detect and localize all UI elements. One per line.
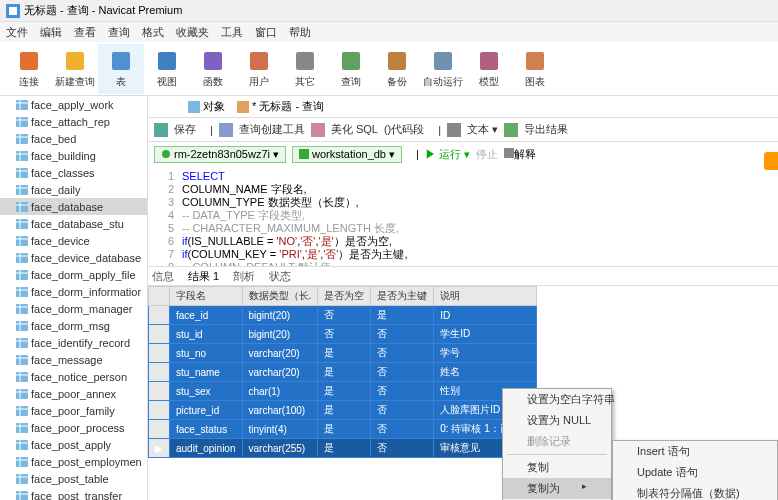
column-header[interactable]: 是否为主键 bbox=[371, 287, 434, 306]
run-button[interactable]: ▶ 运行 ▾ bbox=[425, 147, 470, 162]
tool-table[interactable]: 表 bbox=[98, 44, 144, 94]
tree-item[interactable]: face_poor_process bbox=[0, 419, 147, 436]
tool-newq[interactable]: 新建查询 bbox=[52, 44, 98, 94]
column-header[interactable]: 数据类型（长. bbox=[242, 287, 318, 306]
text-button[interactable]: 文本 ▾ bbox=[467, 122, 498, 137]
text-icon[interactable] bbox=[447, 123, 461, 137]
tree-item[interactable]: face_dorm_apply_file bbox=[0, 266, 147, 283]
tree-item[interactable]: face_dorm_msg bbox=[0, 317, 147, 334]
column-header[interactable]: 说明 bbox=[434, 287, 536, 306]
tree-item[interactable]: face_poor_annex bbox=[0, 385, 147, 402]
code-snippet-button[interactable]: ()代码段 bbox=[384, 122, 424, 137]
tree-item[interactable]: face_post_table bbox=[0, 470, 147, 487]
tree-item[interactable]: face_notice_person bbox=[0, 368, 147, 385]
tree-item[interactable]: face_classes bbox=[0, 164, 147, 181]
beautify-icon[interactable] bbox=[311, 123, 325, 137]
tree-item[interactable]: face_post_apply bbox=[0, 436, 147, 453]
tab-info[interactable]: 信息 bbox=[152, 269, 174, 284]
tree-item[interactable]: face_apply_work bbox=[0, 96, 147, 113]
connection-select[interactable]: rm-2zetn83n05wz7i▾ bbox=[154, 146, 286, 163]
tab-result1[interactable]: 结果 1 bbox=[188, 269, 219, 284]
tree-item[interactable]: face_device_database bbox=[0, 249, 147, 266]
side-badge[interactable] bbox=[764, 152, 778, 170]
menu-item[interactable]: 复制为 bbox=[503, 478, 611, 499]
schema-select[interactable]: workstation_db▾ bbox=[292, 146, 402, 163]
tree-item[interactable]: face_dorm_informatior bbox=[0, 283, 147, 300]
tab-profile[interactable]: 剖析 bbox=[233, 269, 255, 284]
beautify-button[interactable]: 美化 SQL bbox=[331, 122, 378, 137]
context-menu[interactable]: 设置为空白字符串设置为 NULL删除记录复制复制为粘贴显示 bbox=[502, 388, 612, 500]
object-tree[interactable]: face_apply_workface_attach_repface_bedfa… bbox=[0, 96, 148, 500]
svg-rect-14 bbox=[16, 100, 28, 110]
app-icon bbox=[6, 4, 20, 18]
table-row[interactable]: stu_namevarchar(20)是否姓名 bbox=[149, 363, 537, 382]
tree-item[interactable]: face_database_stu bbox=[0, 215, 147, 232]
tool-other[interactable]: 其它 bbox=[282, 44, 328, 94]
tree-item[interactable]: face_post_employmen bbox=[0, 453, 147, 470]
tool-user[interactable]: 用户 bbox=[236, 44, 282, 94]
tool-query[interactable]: 查询 bbox=[328, 44, 374, 94]
tool-chart[interactable]: 图表 bbox=[512, 44, 558, 94]
tab-query[interactable]: * 无标题 - 查询 bbox=[237, 99, 324, 114]
result-grid[interactable]: 字段名数据类型（长.是否为空是否为主键说明face_idbigint(20)否是… bbox=[148, 286, 778, 458]
menu-item[interactable]: 窗口 bbox=[255, 25, 277, 40]
export-icon[interactable] bbox=[504, 123, 518, 137]
svg-rect-20 bbox=[16, 134, 28, 144]
menu-item[interactable]: 复制 bbox=[503, 457, 611, 478]
menu-item[interactable]: 删除记录 bbox=[503, 431, 611, 452]
tool-backup[interactable]: 备份 bbox=[374, 44, 420, 94]
tree-item[interactable]: face_database bbox=[0, 198, 147, 215]
save-icon[interactable] bbox=[154, 123, 168, 137]
menu-item[interactable]: 查询 bbox=[108, 25, 130, 40]
tab-status[interactable]: 状态 bbox=[269, 269, 291, 284]
query-builder-button[interactable]: 查询创建工具 bbox=[239, 122, 305, 137]
svg-rect-29 bbox=[16, 185, 28, 195]
menu-item[interactable]: Insert 语句 bbox=[613, 441, 777, 462]
tree-item[interactable]: face_daily bbox=[0, 181, 147, 198]
tree-item[interactable]: face_bed bbox=[0, 130, 147, 147]
table-row[interactable]: stu_novarchar(20)是否学号 bbox=[149, 344, 537, 363]
tree-item[interactable]: face_attach_rep bbox=[0, 113, 147, 130]
menu-item[interactable]: Update 语句 bbox=[613, 462, 777, 483]
query-toolbar: 保存 | 查询创建工具 美化 SQL ()代码段 | 文本 ▾ 导出结果 bbox=[148, 118, 778, 142]
svg-rect-26 bbox=[16, 168, 28, 178]
table-row[interactable]: face_idbigint(20)否是ID bbox=[149, 306, 537, 325]
tree-item[interactable]: face_building bbox=[0, 147, 147, 164]
tool-plug[interactable]: 连接 bbox=[6, 44, 52, 94]
tree-item[interactable]: face_dorm_manager bbox=[0, 300, 147, 317]
wizard-icon[interactable] bbox=[219, 123, 233, 137]
tool-fx[interactable]: 函数 bbox=[190, 44, 236, 94]
tree-item[interactable]: face_poor_family bbox=[0, 402, 147, 419]
column-header[interactable]: 字段名 bbox=[170, 287, 243, 306]
menu-item[interactable]: 制表符分隔值（数据) bbox=[613, 483, 777, 500]
svg-rect-71 bbox=[16, 423, 28, 433]
menu-item[interactable]: 文件 bbox=[6, 25, 28, 40]
context-submenu[interactable]: Insert 语句Update 语句制表符分隔值（数据)制表符分隔值（字段名)制… bbox=[612, 440, 778, 500]
export-button[interactable]: 导出结果 bbox=[524, 122, 568, 137]
tree-item[interactable]: face_device bbox=[0, 232, 147, 249]
explain-button[interactable]: 解释 bbox=[504, 147, 536, 162]
table-row[interactable]: face_statustinyint(4)是否0: 待审核 1：已通过 bbox=[149, 420, 537, 439]
table-row[interactable]: stu_sexchar(1)是否性别 bbox=[149, 382, 537, 401]
menu-item[interactable]: 工具 bbox=[221, 25, 243, 40]
menu-item[interactable]: 格式 bbox=[142, 25, 164, 40]
table-row[interactable]: stu_idbigint(20)否否学生ID bbox=[149, 325, 537, 344]
menu-item[interactable]: 设置为 NULL bbox=[503, 410, 611, 431]
table-row[interactable]: picture_idvarchar(100)是否人脸库图片ID bbox=[149, 401, 537, 420]
tree-item[interactable]: face_identify_record bbox=[0, 334, 147, 351]
save-button[interactable]: 保存 bbox=[174, 122, 196, 137]
tool-view[interactable]: 视图 bbox=[144, 44, 190, 94]
table-row[interactable]: ▶audit_opinionvarchar(255)是否审核意见 bbox=[149, 439, 537, 458]
menu-item[interactable]: 帮助 bbox=[289, 25, 311, 40]
menu-item[interactable]: 设置为空白字符串 bbox=[503, 389, 611, 410]
tool-auto[interactable]: 自动运行 bbox=[420, 44, 466, 94]
column-header[interactable]: 是否为空 bbox=[318, 287, 371, 306]
menu-item[interactable]: 查看 bbox=[74, 25, 96, 40]
sql-editor[interactable]: 1SELECT2 COLUMN_NAME 字段名,3 COLUMN_TYPE 数… bbox=[148, 166, 778, 266]
menu-item[interactable]: 收藏夹 bbox=[176, 25, 209, 40]
tab-objects[interactable]: 对象 bbox=[188, 99, 225, 114]
tree-item[interactable]: face_post_transfer bbox=[0, 487, 147, 500]
menu-item[interactable]: 编辑 bbox=[40, 25, 62, 40]
tool-model[interactable]: 模型 bbox=[466, 44, 512, 94]
tree-item[interactable]: face_message bbox=[0, 351, 147, 368]
